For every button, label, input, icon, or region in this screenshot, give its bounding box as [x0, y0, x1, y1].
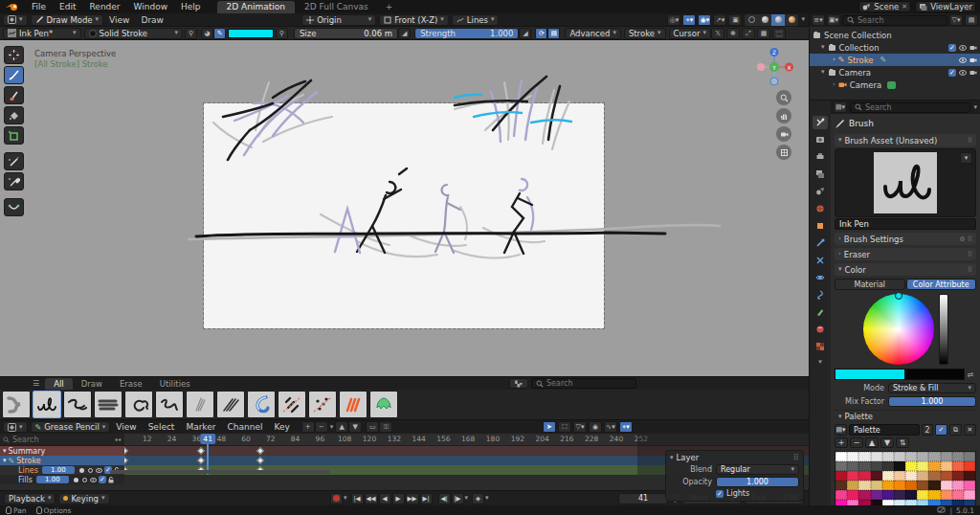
annotate-toggle-icon[interactable]: 𝕏 [711, 28, 724, 39]
dope-editor-type-button[interactable]: ▾ [3, 421, 28, 433]
palette-remove-button[interactable]: − [850, 437, 863, 448]
palette-color-40[interactable] [882, 481, 894, 490]
draw-tool-button[interactable] [4, 66, 24, 84]
palette-color-20[interactable] [928, 461, 940, 471]
palette-color-55[interactable] [917, 490, 928, 500]
cutter-tool-button[interactable] [4, 152, 24, 170]
duplicate-palette-icon[interactable]: ⧉ [949, 424, 962, 436]
prev-keyframe-button[interactable]: ◀◀ [365, 493, 378, 504]
playback-dropdown[interactable]: Playback▾ [4, 493, 56, 504]
strength-slider[interactable]: Strength1.000 [414, 28, 519, 39]
active-color-swatch[interactable] [228, 29, 274, 38]
region-toggle-icon[interactable]: ⿴ [772, 28, 786, 39]
toggle-ortho-icon[interactable] [776, 145, 791, 160]
move-channel-down-button[interactable]: ▼ [348, 421, 362, 433]
palette-color-32[interactable] [928, 471, 940, 481]
sync-audio-button[interactable]: ◈ [472, 493, 484, 504]
outliner-scene-collection[interactable]: Scene Collection [810, 29, 980, 41]
tab-tool[interactable] [813, 116, 828, 129]
palette-color-26[interactable] [858, 471, 870, 481]
snap-toggle[interactable]: ⌖▾ [682, 14, 696, 26]
overlays-toggle[interactable]: ▣ [728, 14, 742, 26]
palette-color-5[interactable] [894, 452, 905, 461]
menu-draw[interactable]: Draw [135, 15, 169, 25]
palette-color-16[interactable] [882, 461, 894, 471]
properties-editor-type[interactable]: ▤▾ [834, 101, 847, 113]
tab-physics[interactable] [813, 271, 828, 284]
outliner-search-input[interactable]: Search [842, 15, 947, 26]
properties-options-icon[interactable]: ▾ [973, 104, 977, 111]
shelf-menu-icon[interactable]: ☰ [27, 379, 45, 388]
jump-to-start-button[interactable]: |◀ [351, 493, 364, 504]
palette-color-44[interactable] [928, 481, 940, 490]
falloff-icon[interactable]: ∿▾ [604, 421, 617, 433]
palette-color-6[interactable] [905, 452, 917, 461]
palette-color-11[interactable] [964, 452, 975, 461]
cursor-tool-button[interactable] [4, 46, 24, 64]
camera-lock-icon[interactable]: ▦ [757, 28, 770, 39]
palette-color-39[interactable] [871, 481, 882, 490]
palette-color-13[interactable] [847, 461, 858, 471]
palette-color-14[interactable] [858, 461, 870, 471]
mode-dropdown-field[interactable]: Stroke & Fill▾ [888, 383, 976, 393]
brush-selector[interactable]: Ink Pen*▾ [3, 28, 81, 39]
palette-color-4[interactable] [882, 452, 894, 461]
brush-thumb-marker-bold[interactable] [94, 391, 122, 418]
hide-eye-icon[interactable] [959, 45, 967, 51]
brush-thumb-tint[interactable] [369, 391, 398, 418]
fill-tool-button[interactable] [4, 106, 24, 124]
keyframe-summary-67[interactable] [256, 447, 264, 455]
keyframe-stroke-67[interactable] [256, 457, 264, 464]
palette-color-15[interactable] [871, 461, 882, 471]
lines-dropdown[interactable]: Lines▾ [452, 14, 500, 26]
tab-texture[interactable] [813, 340, 828, 353]
gizmos-toggle[interactable]: ↗▾ [713, 14, 726, 26]
stroke-settings-toggle[interactable]: ▤ [547, 28, 560, 39]
remove-keyframe-button[interactable]: − [315, 421, 328, 433]
channel-lines[interactable]: Lines 1.00 ✓ [0, 465, 124, 475]
viewport-canvas-area[interactable]: Camera Perspective [All Stroke] Stroke [0, 40, 809, 376]
brush-thumb-pencil[interactable] [216, 391, 245, 418]
select-tool-icon[interactable]: ➤ [543, 421, 556, 433]
fills-mask-icon[interactable] [81, 476, 89, 483]
tab-output[interactable] [813, 150, 828, 164]
palette-color-45[interactable] [941, 481, 952, 490]
palette-color-59[interactable] [964, 490, 975, 500]
stroke-color-swatch[interactable] [835, 369, 905, 380]
proportional-edit-toggle[interactable]: ◉▾ [698, 14, 711, 26]
palette-color-62[interactable] [858, 500, 870, 505]
palette-color-24[interactable] [835, 471, 847, 481]
fills-onion-icon[interactable] [73, 476, 80, 483]
channel-summary[interactable]: ▾Summary [0, 446, 124, 456]
next-keyframe-button[interactable]: ▶▶ [406, 493, 419, 504]
palette-color-29[interactable] [894, 471, 905, 481]
palette-color-43[interactable] [917, 481, 928, 490]
unlink-palette-icon[interactable]: ✕ [964, 424, 976, 436]
palette-color-58[interactable] [952, 490, 964, 500]
move-channel-up-button[interactable]: ▲ [335, 421, 348, 433]
palette-color-69[interactable] [941, 500, 952, 505]
shading-wireframe-button[interactable] [745, 14, 758, 26]
tab-material[interactable] [813, 323, 828, 336]
orientation-dropdown[interactable]: Front (X-Z)▾ [379, 14, 449, 26]
add-workspace-button[interactable]: + [378, 2, 401, 11]
palette-color-65[interactable] [894, 500, 905, 505]
palette-color-33[interactable] [941, 471, 952, 481]
tab-scene[interactable] [813, 185, 828, 198]
tab-data[interactable] [813, 305, 828, 319]
outliner-stroke-object[interactable]: › ✎ Stroke ✎ [810, 54, 980, 66]
proportional-key-icon[interactable]: ◉ [589, 421, 602, 433]
palette-color-25[interactable] [847, 471, 858, 481]
tab-2d-animation[interactable]: 2D Animation [217, 1, 295, 13]
blender-logo-icon[interactable] [6, 1, 21, 12]
palette-color-68[interactable] [928, 500, 940, 505]
render-camera-icon[interactable] [969, 45, 977, 51]
palette-color-57[interactable] [941, 490, 952, 500]
brush-thumb-marker-chisel[interactable] [124, 391, 153, 418]
shading-rendered-button[interactable] [785, 14, 798, 26]
outliner-camera-collection[interactable]: ▾ Camera ✓ [810, 66, 980, 78]
cursor-dropdown[interactable]: Cursor▾ [669, 28, 711, 39]
palette-panel-header[interactable]: ▾Palette [835, 410, 976, 422]
origin-dropdown[interactable]: Origin▾ [301, 14, 376, 26]
palette-color-56[interactable] [928, 490, 940, 500]
